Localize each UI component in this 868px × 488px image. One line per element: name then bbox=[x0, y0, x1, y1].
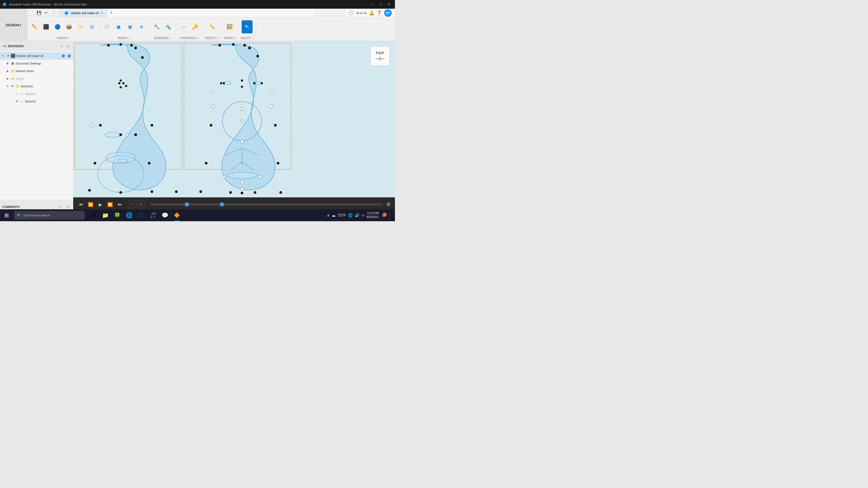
clock[interactable]: 12:15 PM 8/23/2021 bbox=[367, 212, 379, 219]
fusion360-taskbar-button[interactable]: 🔶 bbox=[172, 209, 182, 221]
new-tab-button[interactable]: + bbox=[107, 9, 116, 17]
chrome-button[interactable]: 🌐 bbox=[124, 209, 134, 221]
viewport[interactable]: TOP bbox=[73, 41, 395, 199]
notification-area[interactable]: 💬 2 bbox=[381, 212, 388, 219]
svg-point-11 bbox=[94, 162, 96, 165]
create-sketch-icon: ✏️ bbox=[31, 23, 38, 31]
close-button[interactable]: ✕ bbox=[385, 2, 393, 7]
tree-expand-docsettings[interactable]: ▶ bbox=[5, 61, 10, 66]
maximize-button[interactable]: □ bbox=[377, 2, 384, 7]
minimize-button[interactable]: ─ bbox=[369, 2, 376, 7]
help-icon[interactable]: ❓ bbox=[376, 10, 382, 15]
timeline-forward-button[interactable]: ⏩ bbox=[107, 201, 113, 208]
browser-collapse-button[interactable]: ▷ bbox=[65, 43, 71, 49]
taskview-button[interactable]: ⊟ bbox=[88, 209, 99, 221]
search-placeholder: Type here to search bbox=[23, 214, 50, 217]
notification-icon[interactable]: 🔔 bbox=[369, 10, 374, 15]
pattern-button[interactable]: ⊞ bbox=[86, 20, 97, 33]
timeline-marker-1[interactable] bbox=[185, 202, 189, 206]
ribbon-tools: ✏️ ⬛ 🔵 📦 ✨ ⊞ bbox=[27, 16, 395, 41]
explorer-button[interactable]: 📁 bbox=[100, 209, 111, 221]
insert-image-button[interactable]: 🖼️ bbox=[224, 20, 235, 33]
revolve-button[interactable]: 🔵 bbox=[52, 20, 63, 33]
timeline-skip-forward-button[interactable]: ⏭ bbox=[117, 201, 123, 208]
discord-icon: 💬 bbox=[162, 212, 168, 219]
undo-button[interactable]: ↩ bbox=[43, 9, 50, 16]
browser-collapse-icon[interactable]: ◁◁ bbox=[2, 44, 6, 47]
scale-button[interactable]: ⊕ bbox=[136, 20, 147, 33]
tree-item-origin[interactable]: ▶ 📁 Origin bbox=[0, 75, 73, 83]
discord-button[interactable]: 💬 bbox=[159, 209, 170, 221]
new-file-button[interactable]: 📄 bbox=[28, 9, 35, 16]
design-menu-button[interactable]: DESIGN ▾ bbox=[0, 9, 27, 41]
create-more-button[interactable]: ✨ bbox=[75, 20, 86, 33]
tree-extra2-root[interactable]: ⊕ bbox=[66, 53, 72, 59]
create-sketch-button[interactable]: ✏️ bbox=[29, 20, 40, 33]
tree-expand-origin[interactable]: ▶ bbox=[5, 76, 10, 81]
comments-add-button[interactable]: + bbox=[58, 204, 63, 209]
spotify-button[interactable]: 🎵 bbox=[148, 209, 158, 221]
network-icon[interactable]: 🌐 bbox=[348, 213, 352, 218]
svg-point-57 bbox=[271, 90, 274, 93]
construct-group: ▱ 🔑 CONSTRUCT ▾ bbox=[176, 18, 203, 40]
tree-item-sketch1[interactable]: ▶ 👁 ⬡ Sketch1 bbox=[0, 90, 73, 98]
expand-tray-icon[interactable]: ∧ bbox=[327, 213, 330, 218]
tree-item-namedviews[interactable]: ▶ 📁 Named Views bbox=[0, 67, 73, 75]
tree-extra-root[interactable]: ⚙ bbox=[61, 53, 66, 59]
undo-dropdown[interactable]: ▾ bbox=[50, 9, 57, 16]
clover-button[interactable]: 🍀 bbox=[112, 209, 123, 221]
user-avatar[interactable]: HT bbox=[384, 9, 392, 17]
taskbar-search-bar[interactable]: 🔍 Type here to search bbox=[14, 211, 85, 220]
tree-item-sketches[interactable]: ▼ 👁 📁 Sketches bbox=[0, 83, 73, 90]
svg-point-65 bbox=[122, 82, 124, 84]
top-nav: 🕐 10 of 10 🔔 ❓ HT bbox=[345, 9, 395, 18]
tree-eye-sketch1[interactable]: 👁 bbox=[14, 92, 19, 96]
tree-expand-root[interactable]: ▼ bbox=[1, 54, 5, 58]
system-tray-icons: ∧ ☁ 73°F 🌐 🔊 ▭ bbox=[327, 213, 365, 218]
timeline-settings-button[interactable]: ⚙ bbox=[386, 201, 391, 207]
inspect-group: 📏 INSPECT ▾ bbox=[203, 18, 222, 40]
box-button[interactable]: 📦 bbox=[63, 20, 74, 33]
timeline-skip-back-button[interactable]: ⏮ bbox=[78, 201, 84, 208]
start-button[interactable]: ⊞ bbox=[0, 209, 13, 221]
measure-button[interactable]: 📏 bbox=[207, 20, 218, 33]
show-desktop-button[interactable] bbox=[390, 210, 392, 220]
tree-item-root[interactable]: ▼ 👁 Ukulele self made v9 ⚙ ⊕ bbox=[0, 52, 73, 60]
comments-collapse-button[interactable]: ▷ bbox=[65, 204, 71, 209]
tree-expand-namedviews[interactable]: ▶ bbox=[5, 69, 10, 73]
browser-pin-button[interactable]: + bbox=[59, 43, 64, 49]
history-icon[interactable]: 🕐 bbox=[348, 10, 354, 15]
tree-eye-sketches[interactable]: 👁 bbox=[10, 84, 14, 88]
tree-item-sketch2[interactable]: ▶ 👁 ⬡ Sketch2 bbox=[0, 98, 73, 105]
timeline-frame-selector2[interactable]: ⬡ bbox=[137, 201, 145, 208]
timeline-back-button[interactable]: ⏪ bbox=[87, 201, 94, 208]
timeline-play-button[interactable]: ▶ bbox=[97, 201, 104, 208]
construct-plane-button[interactable]: ▱ bbox=[178, 20, 189, 33]
save-button[interactable]: 💾 bbox=[35, 9, 42, 16]
shell-button[interactable]: ▣ bbox=[124, 20, 135, 33]
ground-button[interactable]: 🔩 bbox=[163, 20, 174, 33]
extrude-button[interactable]: ⬛ bbox=[41, 20, 52, 33]
tree-eye-root[interactable]: 👁 bbox=[6, 54, 10, 58]
construct-axis-button[interactable]: 🔑 bbox=[190, 20, 200, 33]
top-view-indicator[interactable]: TOP bbox=[371, 46, 390, 66]
timeline-frame-selector1[interactable]: ⬡ bbox=[129, 201, 136, 208]
revolve-icon: 🔵 bbox=[54, 23, 61, 31]
tree-eye-sketch2[interactable]: 👁 bbox=[14, 99, 19, 104]
app-icon: 🔷 bbox=[2, 2, 7, 6]
select-button[interactable]: ↖ bbox=[242, 20, 252, 33]
fillet-button[interactable]: ◼ bbox=[113, 20, 124, 33]
press-pull-button[interactable]: ⬡ bbox=[102, 20, 113, 33]
time-display: 12:15 PM bbox=[367, 212, 379, 215]
vscode-button[interactable]: ⬡ bbox=[135, 209, 147, 221]
document-tab[interactable]: 🔷 Ukulele self made v9 ✕ bbox=[60, 9, 107, 17]
timeline-track[interactable] bbox=[150, 203, 383, 205]
tree-expand-sketches[interactable]: ▼ bbox=[5, 84, 10, 88]
timeline-marker-2[interactable] bbox=[220, 202, 224, 206]
svg-point-18 bbox=[126, 133, 129, 136]
joint-button[interactable]: 🔧 bbox=[151, 20, 162, 33]
volume-icon[interactable]: 🔊 bbox=[355, 213, 360, 218]
battery-icon[interactable]: ▭ bbox=[362, 214, 365, 217]
tab-close-icon[interactable]: ✕ bbox=[101, 11, 103, 14]
tree-item-docsettings[interactable]: ▶ ⚙ Document Settings bbox=[0, 60, 73, 67]
